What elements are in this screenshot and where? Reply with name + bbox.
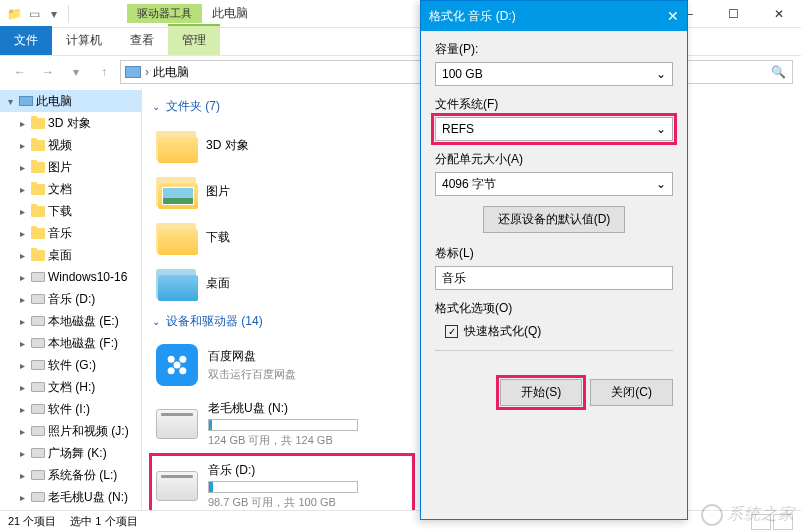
expand-icon[interactable]: ▸ xyxy=(16,470,28,481)
expand-icon[interactable]: ▸ xyxy=(16,492,28,503)
expand-icon[interactable]: ▸ xyxy=(16,382,28,393)
expand-icon[interactable]: ▸ xyxy=(16,140,28,151)
restore-defaults-button[interactable]: 还原设备的默认值(D) xyxy=(483,206,626,233)
properties-icon[interactable]: ▭ xyxy=(26,6,42,22)
folder-name: 图片 xyxy=(206,183,230,200)
navigation-tree[interactable]: ▾此电脑▸3D 对象▸视频▸图片▸文档▸下载▸音乐▸桌面▸Windows10-1… xyxy=(0,88,142,510)
allocation-field: 分配单元大小(A) 4096 字节⌄ xyxy=(435,151,673,196)
tree-node[interactable]: ▸Windows10-16 xyxy=(0,266,141,288)
expand-icon[interactable]: ▸ xyxy=(16,118,28,129)
allocation-select[interactable]: 4096 字节⌄ xyxy=(435,172,673,196)
forward-button[interactable]: → xyxy=(36,60,60,84)
folder-item[interactable]: 桌面 xyxy=(152,261,402,305)
tree-node[interactable]: ▸视频 xyxy=(0,134,141,156)
tree-node[interactable]: ▸系统备份 (L:) xyxy=(0,464,141,486)
device-name: 音乐 (D:) xyxy=(208,462,408,479)
device-baidu-netdisk[interactable]: 百度网盘 双击运行百度网盘 xyxy=(152,338,412,392)
tree-node[interactable]: ▸桌面 xyxy=(0,244,141,266)
format-options-label: 格式化选项(O) xyxy=(435,300,673,317)
device-subtitle: 双击运行百度网盘 xyxy=(208,367,408,382)
folder-item[interactable]: 下载 xyxy=(152,215,402,259)
tree-node[interactable]: ▸软件 (I:) xyxy=(0,398,141,420)
expand-icon[interactable]: ▸ xyxy=(16,184,28,195)
close-dialog-button[interactable]: 关闭(C) xyxy=(590,379,673,406)
tree-node[interactable]: ▸文档 xyxy=(0,178,141,200)
expand-icon[interactable]: ▸ xyxy=(16,162,28,173)
dialog-close-button[interactable]: ✕ xyxy=(667,8,679,24)
volume-label-input[interactable]: 音乐 xyxy=(435,266,673,290)
tree-node[interactable]: ▸本地磁盘 (E:) xyxy=(0,310,141,332)
dialog-titlebar[interactable]: 格式化 音乐 (D:) ✕ xyxy=(421,1,687,31)
device-name: 老毛桃U盘 (N:) xyxy=(208,400,408,417)
tree-node[interactable]: ▾此电脑 xyxy=(0,90,141,112)
breadcrumb-location[interactable]: 此电脑 xyxy=(153,64,189,81)
expand-icon[interactable]: ▸ xyxy=(16,206,28,217)
tree-node[interactable]: ▸音乐 xyxy=(0,222,141,244)
folder-icon xyxy=(156,127,198,163)
tree-node[interactable]: ▸软件 (G:) xyxy=(0,354,141,376)
maximize-button[interactable]: ☐ xyxy=(711,0,756,28)
tree-label: 本地磁盘 (E:) xyxy=(48,313,119,330)
tree-node[interactable]: ▸下载 xyxy=(0,200,141,222)
capacity-select[interactable]: 100 GB⌄ xyxy=(435,62,673,86)
tree-node[interactable]: ▸图片 xyxy=(0,156,141,178)
device-capacity: 124 GB 可用，共 124 GB xyxy=(208,433,408,448)
tree-node[interactable]: ▸广场舞 (K:) xyxy=(0,442,141,464)
drive-icon xyxy=(30,423,46,439)
tree-node[interactable]: ▸老毛桃U盘 (N:) xyxy=(0,486,141,508)
watermark: 系统之家 xyxy=(701,504,795,526)
back-button[interactable]: ← xyxy=(8,60,32,84)
close-button[interactable]: ✕ xyxy=(756,0,801,28)
up-button[interactable]: ↑ xyxy=(92,60,116,84)
folder-name: 3D 对象 xyxy=(206,137,249,154)
expand-icon[interactable]: ▸ xyxy=(16,426,28,437)
tree-node[interactable]: ▸音乐 (D:) xyxy=(0,288,141,310)
device-music-drive[interactable]: 音乐 (D:) 98.7 GB 可用，共 100 GB xyxy=(152,456,412,510)
drive-icon xyxy=(30,357,46,373)
expand-icon[interactable]: ▸ xyxy=(16,250,28,261)
tree-label: 音乐 (D:) xyxy=(48,291,95,308)
expand-icon[interactable]: ▸ xyxy=(16,448,28,459)
folder-name: 桌面 xyxy=(206,275,230,292)
folder-icon xyxy=(156,219,198,255)
tree-label: 系统备份 (L:) xyxy=(48,467,117,484)
quick-format-checkbox[interactable]: ✓ 快速格式化(Q) xyxy=(445,323,673,340)
tab-computer[interactable]: 计算机 xyxy=(52,26,116,55)
filesystem-select[interactable]: REFS⌄ xyxy=(435,117,673,141)
device-usb-drive[interactable]: 老毛桃U盘 (N:) 124 GB 可用，共 124 GB xyxy=(152,394,412,454)
chevron-down-icon: ⌄ xyxy=(152,101,160,112)
expand-icon[interactable]: ▸ xyxy=(16,338,28,349)
tree-node[interactable]: ▸本地磁盘 (F:) xyxy=(0,332,141,354)
tree-node[interactable]: ▸文档 (H:) xyxy=(0,376,141,398)
tab-file[interactable]: 文件 xyxy=(0,26,52,55)
expand-icon[interactable]: ▸ xyxy=(16,316,28,327)
search-icon: 🔍 xyxy=(771,65,786,79)
tab-view[interactable]: 查看 xyxy=(116,26,168,55)
chevron-down-icon: ⌄ xyxy=(152,316,160,327)
tree-label: 软件 (I:) xyxy=(48,401,90,418)
drive-tools-contextual-tab[interactable]: 驱动器工具 xyxy=(127,4,202,23)
tree-node[interactable]: ▸照片和视频 (J:) xyxy=(0,420,141,442)
recent-dropdown[interactable]: ▾ xyxy=(64,60,88,84)
svg-point-4 xyxy=(174,362,181,369)
folder-item[interactable]: 3D 对象 xyxy=(152,123,402,167)
capacity-bar xyxy=(208,419,358,431)
expand-icon[interactable]: ▸ xyxy=(16,404,28,415)
qat-dropdown-icon[interactable]: ▾ xyxy=(46,6,62,22)
expand-icon[interactable]: ▸ xyxy=(16,228,28,239)
start-button[interactable]: 开始(S) xyxy=(500,379,582,406)
tree-label: 音乐 xyxy=(48,225,72,242)
baidu-icon xyxy=(156,344,198,386)
expand-icon[interactable]: ▸ xyxy=(16,294,28,305)
expand-icon[interactable]: ▸ xyxy=(16,360,28,371)
tree-label: 文档 xyxy=(48,181,72,198)
tree-node[interactable]: ▸3D 对象 xyxy=(0,112,141,134)
expand-icon[interactable]: ▸ xyxy=(16,272,28,283)
tab-manage[interactable]: 管理 xyxy=(168,24,220,55)
tree-label: 3D 对象 xyxy=(48,115,91,132)
folder-item[interactable]: 图片 xyxy=(152,169,402,213)
device-name: 百度网盘 xyxy=(208,348,408,365)
expand-icon[interactable]: ▾ xyxy=(4,96,16,107)
chevron-down-icon: ⌄ xyxy=(656,67,666,81)
tree-node[interactable]: ▸Win10 (O:) xyxy=(0,508,141,510)
